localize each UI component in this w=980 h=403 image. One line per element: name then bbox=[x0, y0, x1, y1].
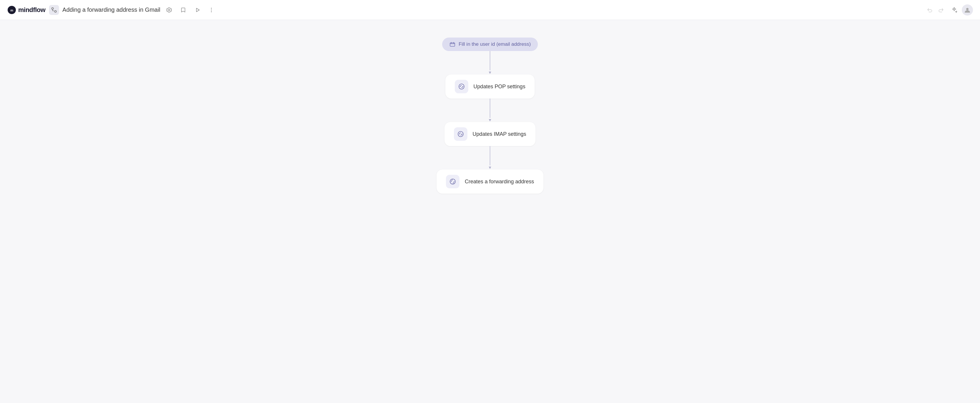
workflow-title: Adding a forwarding address in Gmail bbox=[62, 6, 161, 13]
svg-point-4 bbox=[211, 8, 212, 8]
connector-arrow-3: ▼ bbox=[488, 165, 492, 170]
action-node-3[interactable]: Creates a forwarding address bbox=[437, 170, 543, 194]
connector-line-1 bbox=[490, 51, 490, 70]
more-options-button[interactable] bbox=[206, 5, 217, 15]
trigger-icon bbox=[449, 41, 456, 48]
logo-icon: m bbox=[7, 5, 16, 15]
avatar-button[interactable] bbox=[962, 5, 973, 16]
undo-button[interactable] bbox=[924, 5, 935, 15]
action-node-label-2: Updates IMAP settings bbox=[473, 131, 527, 137]
action-node-icon-2 bbox=[454, 127, 468, 141]
topbar-right bbox=[924, 5, 973, 16]
connector-line-2 bbox=[490, 98, 490, 118]
play-button[interactable] bbox=[192, 5, 202, 15]
connector-1: ▼ bbox=[488, 51, 492, 75]
svg-point-6 bbox=[211, 11, 212, 12]
topbar-left: m mindflow Adding a forwarding address i… bbox=[7, 5, 217, 15]
workflow-icon bbox=[49, 5, 59, 15]
connector-2: ▼ bbox=[488, 98, 492, 122]
settings-button[interactable] bbox=[164, 5, 174, 15]
action-node-icon-3 bbox=[446, 175, 460, 188]
action-node-1[interactable]: Updates POP settings bbox=[445, 75, 535, 98]
connector-arrow-2: ▼ bbox=[488, 118, 492, 122]
action-node-label-1: Updates POP settings bbox=[474, 84, 525, 90]
svg-point-7 bbox=[966, 8, 969, 10]
magic-button[interactable] bbox=[949, 5, 959, 15]
connector-arrow-1: ▼ bbox=[488, 70, 492, 75]
topbar: m mindflow Adding a forwarding address i… bbox=[0, 0, 980, 20]
flow-canvas: Fill in the user id (email address) ▼ Up… bbox=[0, 20, 980, 403]
action-node-label-3: Creates a forwarding address bbox=[465, 179, 534, 185]
trigger-node[interactable]: Fill in the user id (email address) bbox=[442, 38, 538, 51]
redo-button[interactable] bbox=[936, 5, 947, 15]
undo-redo-group bbox=[924, 5, 947, 15]
action-node-icon-1 bbox=[455, 80, 468, 93]
svg-point-3 bbox=[55, 11, 56, 12]
connector-line-3 bbox=[490, 146, 490, 165]
svg-point-2 bbox=[52, 8, 53, 10]
svg-text:m: m bbox=[10, 8, 13, 12]
flow-container: Fill in the user id (email address) ▼ Up… bbox=[437, 38, 543, 194]
trigger-label: Fill in the user id (email address) bbox=[458, 41, 531, 47]
svg-rect-8 bbox=[450, 43, 455, 46]
svg-point-5 bbox=[211, 10, 212, 10]
bookmark-button[interactable] bbox=[178, 5, 188, 15]
action-node-2[interactable]: Updates IMAP settings bbox=[444, 122, 536, 146]
connector-3: ▼ bbox=[488, 146, 492, 170]
logo-text: mindflow bbox=[18, 6, 46, 14]
logo: m mindflow bbox=[7, 5, 46, 15]
